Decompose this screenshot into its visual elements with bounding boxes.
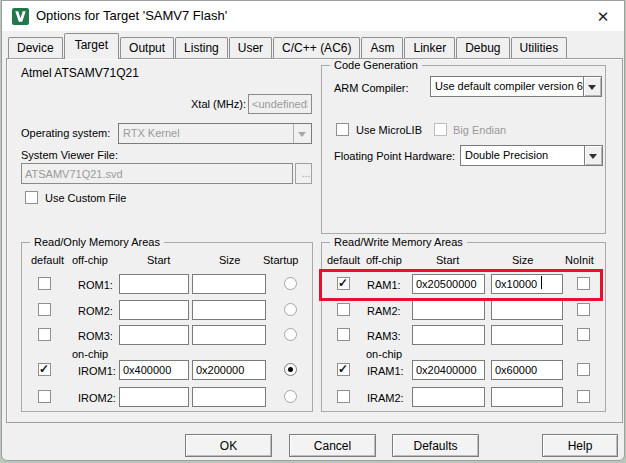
column-header-start: Start	[147, 254, 170, 266]
rom3-default-checkbox[interactable]	[38, 328, 51, 341]
irom2-start-input[interactable]	[119, 387, 189, 407]
window-title: Options for Target 'SAMV7 Flash'	[36, 1, 227, 31]
iram1-default-checkbox[interactable]	[337, 363, 350, 376]
ram2-start-input[interactable]	[412, 300, 485, 320]
defaults-button[interactable]: Defaults	[392, 434, 479, 457]
column-header-default: default	[327, 254, 360, 266]
column-header-start: Start	[436, 254, 459, 266]
arm-compiler-label: ARM Compiler:	[334, 82, 409, 94]
ram3-default-checkbox[interactable]	[337, 328, 350, 341]
rom3-size-input[interactable]	[192, 325, 266, 345]
read-write-memory-group: Read/Write Memory Areas default off-chip…	[321, 242, 606, 412]
rom1-startup-radio[interactable]	[284, 277, 297, 290]
cancel-button[interactable]: Cancel	[289, 434, 376, 457]
ram3-noinit-checkbox[interactable]	[577, 328, 590, 341]
read-only-memory-group: Read/Only Memory Areas default off-chip …	[21, 242, 313, 412]
tab-user[interactable]: User	[229, 37, 272, 58]
operating-system-label: Operating system:	[21, 127, 110, 139]
device-name-label: Atmel ATSAMV71Q21	[21, 66, 139, 80]
big-endian-checkbox	[434, 123, 447, 136]
use-microlib-label: Use MicroLIB	[356, 124, 422, 136]
tab-cpp-ac6[interactable]: C/C++ (AC6)	[273, 37, 360, 58]
tab-asm[interactable]: Asm	[361, 37, 403, 58]
tab-device[interactable]: Device	[8, 37, 63, 58]
ram2-size-input[interactable]	[491, 300, 563, 320]
irom1-size-input[interactable]	[192, 360, 266, 380]
read-only-memory-title: Read/Only Memory Areas	[30, 236, 164, 248]
iram2-default-checkbox[interactable]	[337, 390, 350, 403]
rom2-startup-radio[interactable]	[284, 303, 297, 316]
ram2-label: RAM2:	[367, 305, 401, 317]
iram1-size-input[interactable]	[491, 360, 563, 380]
rom2-size-input[interactable]	[192, 300, 266, 320]
target-tab-page: Atmel ATSAMV71Q21 Xtal (MHz): Operating …	[6, 58, 623, 423]
column-header-startup: Startup	[263, 254, 298, 266]
floating-point-hardware-label: Floating Point Hardware:	[334, 150, 455, 162]
system-viewer-file-label: System Viewer File:	[21, 149, 118, 161]
rom2-default-checkbox[interactable]	[38, 303, 51, 316]
help-button[interactable]: Help	[542, 434, 618, 457]
irom1-startup-radio[interactable]	[284, 363, 297, 376]
chevron-down-icon[interactable]	[583, 77, 601, 96]
on-chip-label: on-chip	[72, 348, 108, 360]
rom1-start-input[interactable]	[119, 274, 189, 294]
system-viewer-file-input[interactable]	[21, 163, 293, 184]
tab-output[interactable]: Output	[120, 37, 174, 58]
irom2-label: IROM2:	[78, 392, 116, 404]
use-custom-file-label: Use Custom File	[45, 192, 126, 204]
rom1-default-checkbox[interactable]	[38, 277, 51, 290]
ok-button[interactable]: OK	[185, 434, 272, 457]
rom1-label: ROM1:	[78, 279, 113, 291]
iram2-noinit-checkbox[interactable]	[577, 390, 590, 403]
use-custom-file-checkbox[interactable]	[25, 191, 38, 204]
arm-compiler-select[interactable]: Use default compiler version 6	[430, 76, 602, 97]
rom3-start-input[interactable]	[119, 325, 189, 345]
irom2-startup-radio[interactable]	[284, 390, 297, 403]
chevron-down-icon[interactable]	[584, 146, 602, 165]
iram2-size-input[interactable]	[491, 387, 563, 407]
operating-system-select[interactable]: RTX Kernel	[118, 123, 312, 144]
column-header-default: default	[31, 254, 64, 266]
close-icon[interactable]: ✕	[593, 7, 613, 26]
code-generation-group: Code Generation ARM Compiler: Use defaul…	[321, 65, 606, 234]
floating-point-hardware-value: Double Precision	[465, 146, 584, 165]
column-header-noinit: NoInit	[565, 254, 594, 266]
rom3-startup-radio[interactable]	[284, 328, 297, 341]
use-microlib-checkbox[interactable]	[336, 123, 349, 136]
iram2-start-input[interactable]	[412, 387, 485, 407]
rom2-label: ROM2:	[78, 305, 113, 317]
iram1-noinit-checkbox[interactable]	[577, 363, 590, 376]
ram3-start-input[interactable]	[412, 325, 485, 345]
arm-compiler-value: Use default compiler version 6	[435, 77, 583, 96]
tab-listing[interactable]: Listing	[175, 37, 228, 58]
irom1-default-checkbox[interactable]	[38, 363, 51, 376]
irom2-size-input[interactable]	[192, 387, 266, 407]
iram1-start-input[interactable]	[412, 360, 485, 380]
rom3-label: ROM3:	[78, 330, 113, 342]
ram3-size-input[interactable]	[491, 325, 563, 345]
irom1-start-input[interactable]	[119, 360, 189, 380]
on-chip-label: on-chip	[366, 348, 402, 360]
tab-linker[interactable]: Linker	[404, 37, 455, 58]
tab-utilities[interactable]: Utilities	[511, 37, 568, 58]
code-generation-title: Code Generation	[330, 59, 422, 71]
text-cursor	[541, 276, 542, 289]
big-endian-label: Big Endian	[453, 124, 506, 136]
ram2-noinit-checkbox[interactable]	[577, 303, 590, 316]
ram3-label: RAM3:	[367, 330, 401, 342]
tab-strip: Device Target Output Listing User C/C++ …	[8, 33, 568, 58]
irom2-default-checkbox[interactable]	[38, 390, 51, 403]
titlebar: Options for Target 'SAMV7 Flash' ✕	[2, 1, 624, 31]
rom1-size-input[interactable]	[192, 274, 266, 294]
browse-button[interactable]: ...	[295, 163, 312, 184]
xtal-input[interactable]	[248, 94, 312, 114]
rom2-start-input[interactable]	[119, 300, 189, 320]
floating-point-hardware-select[interactable]: Double Precision	[460, 145, 603, 166]
chevron-down-icon[interactable]	[293, 124, 311, 143]
uvision-app-icon	[12, 8, 29, 25]
tab-target[interactable]: Target	[64, 33, 119, 59]
irom1-label: IROM1:	[78, 365, 116, 377]
ram2-default-checkbox[interactable]	[337, 303, 350, 316]
column-header-size: Size	[219, 254, 240, 266]
tab-debug[interactable]: Debug	[456, 37, 509, 58]
